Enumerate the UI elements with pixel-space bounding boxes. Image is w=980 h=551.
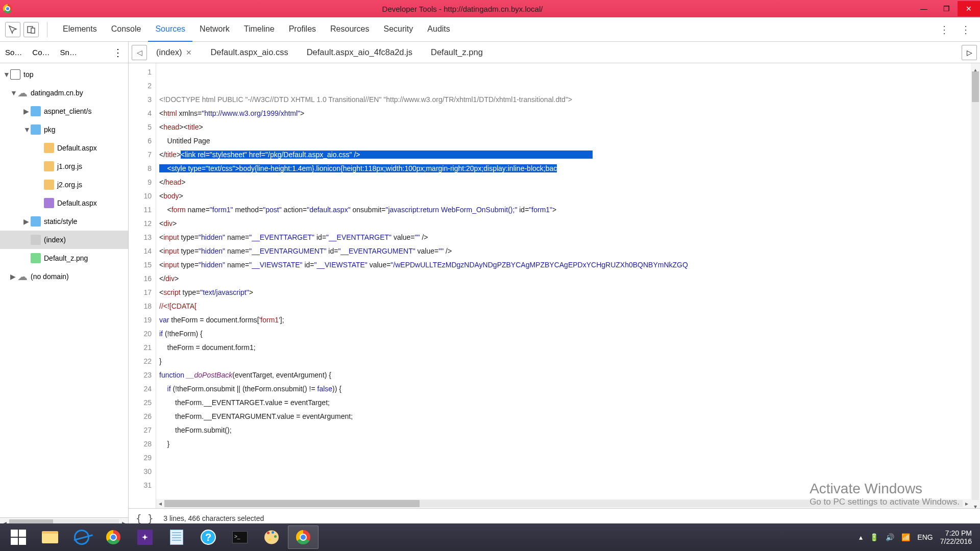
sources-sidebar: So… Co… Sn… ⋮ ▼top▼☁datingadm.cn.by▶aspn… bbox=[0, 42, 129, 528]
panel-tab-elements[interactable]: Elements bbox=[56, 17, 104, 42]
tree-item-label: (index) bbox=[44, 236, 66, 244]
file-tab[interactable]: (index)✕ bbox=[147, 42, 201, 62]
tree-item[interactable]: j2.org.js bbox=[0, 176, 128, 194]
tab-nav-right-icon[interactable]: ▷ bbox=[962, 45, 977, 60]
tree-item[interactable]: j1.org.js bbox=[0, 157, 128, 176]
taskbar-cmd[interactable] bbox=[225, 525, 255, 549]
tree-item[interactable]: (index) bbox=[0, 231, 128, 249]
file-tab[interactable]: Default.aspx_aio_4fc8a2d.js bbox=[298, 42, 422, 62]
taskbar-chrome-active[interactable] bbox=[288, 525, 318, 549]
sidebar-tab-content[interactable]: Co… bbox=[27, 48, 55, 57]
sidebar-tabs: So… Co… Sn… ⋮ bbox=[0, 42, 128, 63]
code-editor: ◁ (index)✕Default.aspx_aio.cssDefault.as… bbox=[129, 42, 980, 528]
tree-item-label: j2.org.js bbox=[57, 181, 82, 189]
file-tab[interactable]: Default.aspx_aio.css bbox=[201, 42, 297, 62]
tab-nav-left-icon[interactable]: ◁ bbox=[132, 45, 147, 60]
tree-item-label: Default.aspx bbox=[57, 199, 97, 207]
tray-chevron-icon[interactable]: ▴ bbox=[859, 533, 863, 541]
taskbar-help[interactable]: ? bbox=[193, 525, 224, 549]
settings-icon[interactable]: ⋮ bbox=[957, 23, 975, 36]
tree-item-label: pkg bbox=[44, 126, 56, 134]
close-tab-icon[interactable]: ✕ bbox=[186, 48, 192, 57]
more-icon[interactable]: ⋮ bbox=[935, 23, 953, 36]
tree-item[interactable]: ▼pkg bbox=[0, 120, 128, 139]
inspect-icon[interactable] bbox=[5, 22, 20, 37]
tree-item[interactable]: ▼top bbox=[0, 65, 128, 84]
tree-item[interactable]: Default_z.png bbox=[0, 249, 128, 267]
sidebar-tab-snippets[interactable]: Sn… bbox=[55, 48, 82, 57]
tree-item[interactable]: Default.aspx bbox=[0, 194, 128, 212]
tree-item-label: static/style bbox=[44, 217, 77, 226]
code-hscrollbar[interactable]: ◂▸ bbox=[156, 499, 971, 508]
code-area[interactable]: <!DOCTYPE html PUBLIC "-//W3C//DTD XHTML… bbox=[156, 63, 971, 508]
file-tabs: ◁ (index)✕Default.aspx_aio.cssDefault.as… bbox=[129, 42, 980, 63]
tree-item-label: j1.org.js bbox=[57, 162, 82, 170]
tree-item-label: Default_z.png bbox=[44, 254, 88, 262]
file-tree: ▼top▼☁datingadm.cn.by▶aspnet_client/s▼pk… bbox=[0, 63, 128, 517]
panel-tab-sources[interactable]: Sources bbox=[148, 17, 192, 42]
volume-icon[interactable]: 🔊 bbox=[886, 533, 894, 541]
tree-item[interactable]: Default.aspx bbox=[0, 139, 128, 157]
tree-item[interactable]: ▶static/style bbox=[0, 212, 128, 231]
language-indicator[interactable]: ENG bbox=[917, 533, 933, 541]
taskbar-visualstudio[interactable]: ✦ bbox=[130, 525, 160, 549]
tree-item-label: top bbox=[23, 70, 33, 79]
system-tray[interactable]: ▴ 🔋 🔊 📶 ENG 7:20 PM7/22/2016 bbox=[859, 529, 977, 545]
panel-tab-network[interactable]: Network bbox=[192, 17, 237, 42]
tree-item-label: aspnet_client/s bbox=[44, 107, 91, 115]
minimize-button[interactable]: — bbox=[913, 1, 935, 16]
windows-taskbar: ✦ ? ▴ 🔋 🔊 📶 ENG 7:20 PM7/22/2016 bbox=[0, 523, 980, 551]
clock[interactable]: 7:20 PM7/22/2016 bbox=[940, 529, 972, 545]
devtools-toolbar: ElementsConsoleSourcesNetworkTimelinePro… bbox=[0, 17, 980, 42]
taskbar-paint[interactable] bbox=[256, 525, 287, 549]
taskbar-ie[interactable] bbox=[66, 525, 97, 549]
chrome-icon bbox=[3, 4, 12, 13]
start-button[interactable] bbox=[3, 525, 34, 549]
close-button[interactable]: ✕ bbox=[958, 1, 980, 16]
panel-tab-console[interactable]: Console bbox=[104, 17, 149, 42]
tree-item[interactable]: ▶aspnet_client/s bbox=[0, 102, 128, 120]
panel-tab-profiles[interactable]: Profiles bbox=[282, 17, 323, 42]
window-titlebar: Developer Tools - http://datingadm.cn.by… bbox=[0, 0, 980, 17]
tree-item-label: (no domain) bbox=[31, 272, 69, 281]
svg-rect-1 bbox=[31, 28, 35, 33]
sidebar-tab-sources[interactable]: So… bbox=[0, 48, 27, 57]
sidebar-more-icon[interactable]: ⋮ bbox=[108, 46, 128, 59]
taskbar-chrome[interactable] bbox=[98, 525, 129, 549]
network-icon[interactable]: 📶 bbox=[901, 533, 910, 541]
tree-item-label: Default.aspx bbox=[57, 144, 97, 152]
maximize-button[interactable]: ❐ bbox=[935, 1, 958, 16]
code-vscrollbar[interactable]: ▴▾ bbox=[971, 63, 980, 508]
pretty-print-icon[interactable]: { } bbox=[136, 513, 153, 524]
file-tab[interactable]: Default_z.png bbox=[422, 42, 492, 62]
panel-tab-audits[interactable]: Audits bbox=[420, 17, 457, 42]
selection-status: 3 lines, 466 characters selected bbox=[163, 514, 264, 522]
battery-icon[interactable]: 🔋 bbox=[870, 533, 878, 541]
taskbar-notepad[interactable] bbox=[161, 525, 192, 549]
tree-item[interactable]: ▼☁datingadm.cn.by bbox=[0, 84, 128, 102]
panel-tab-resources[interactable]: Resources bbox=[323, 17, 376, 42]
tree-item[interactable]: ▶☁(no domain) bbox=[0, 267, 128, 286]
panel-tab-security[interactable]: Security bbox=[377, 17, 421, 42]
line-gutter: 1234567891011121314151617181920212223242… bbox=[129, 63, 156, 508]
window-title: Developer Tools - http://datingadm.cn.by… bbox=[12, 5, 913, 13]
taskbar-explorer[interactable] bbox=[35, 525, 65, 549]
device-mode-icon[interactable] bbox=[23, 22, 39, 37]
tree-item-label: datingadm.cn.by bbox=[31, 89, 83, 97]
panel-tab-timeline[interactable]: Timeline bbox=[237, 17, 282, 42]
